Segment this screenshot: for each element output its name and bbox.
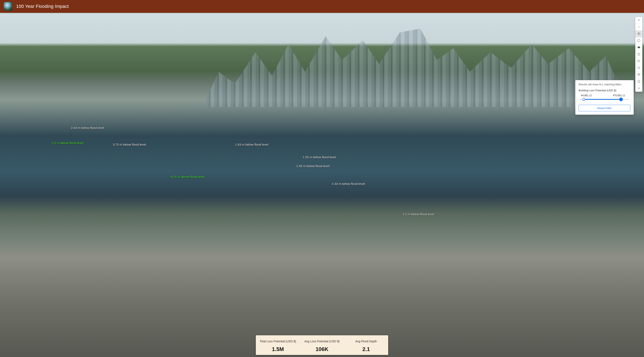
layers-button[interactable] [635,71,642,78]
layers-icon [637,73,640,77]
stat-value: 1.5M [258,346,298,353]
app-header: 100 Year Flooding Impact [0,0,644,13]
pan-button[interactable] [635,30,642,37]
stat-label: Avg Flood Depth [346,337,386,345]
rotate-icon [637,39,640,43]
skyline-silhouette [206,28,618,107]
stat-value: 2.1 [346,346,386,353]
slider-min-label: 44,861.11 [581,94,592,97]
eye-icon [637,46,640,49]
home-button[interactable] [635,51,642,58]
plus-icon [637,18,640,22]
minus-icon [637,25,640,29]
app-logo [4,2,12,11]
chevron-right-double-icon [637,86,640,90]
svg-marker-13 [638,73,640,75]
stat-label: Total Loss Potential (USD $) [258,337,298,345]
search-icon [637,66,640,70]
look-button[interactable] [635,44,642,51]
stat-label: Avg Loss Potential (USD $) [302,337,342,345]
slider-max-label: 470,861.11 [613,94,625,97]
svg-point-11 [638,66,640,68]
stat-value: 106K [302,346,342,353]
filter-hint: Results will show ALL matching filters [579,83,630,86]
slider-thumb-min[interactable] [582,98,585,101]
move-icon [637,32,640,36]
list-icon [637,59,640,63]
stats-bar: Total Loss Potential (USD $)1.5MAvg Loss… [256,335,388,355]
svg-line-12 [639,68,640,69]
svg-point-9 [638,61,638,61]
home-icon [637,52,640,56]
app-title: 100 Year Flooding Impact [16,4,69,9]
stat-card: Avg Flood Depth2.1 [344,337,388,353]
loss-potential-slider[interactable]: 44,861.11 470,861.11 [580,94,629,102]
stat-card: Avg Loss Potential (USD $)106K [300,337,344,353]
legend-button[interactable] [635,58,642,64]
zoom-in-button[interactable] [635,17,642,23]
slider-thumb-max[interactable] [619,97,623,101]
zoom-out-button[interactable] [635,24,642,30]
search-button[interactable] [635,65,642,71]
rotate-button[interactable] [635,37,642,44]
filter-panel: Results will show ALL matching filters B… [575,80,634,115]
stat-card: Total Loss Potential (USD $)1.5M [256,337,300,353]
expand-button[interactable] [635,85,642,92]
svg-point-8 [638,60,638,60]
bookmark-icon [637,80,640,84]
filter-field-label: Building Loss Potential (USD $) [579,89,630,92]
svg-point-10 [638,61,638,62]
map-toolbar [635,17,642,92]
slider-track-active [584,99,621,100]
scene-viewport[interactable] [0,0,644,357]
reset-filter-button[interactable]: Reset Filter [579,105,630,111]
bookmark-button[interactable] [635,78,642,85]
